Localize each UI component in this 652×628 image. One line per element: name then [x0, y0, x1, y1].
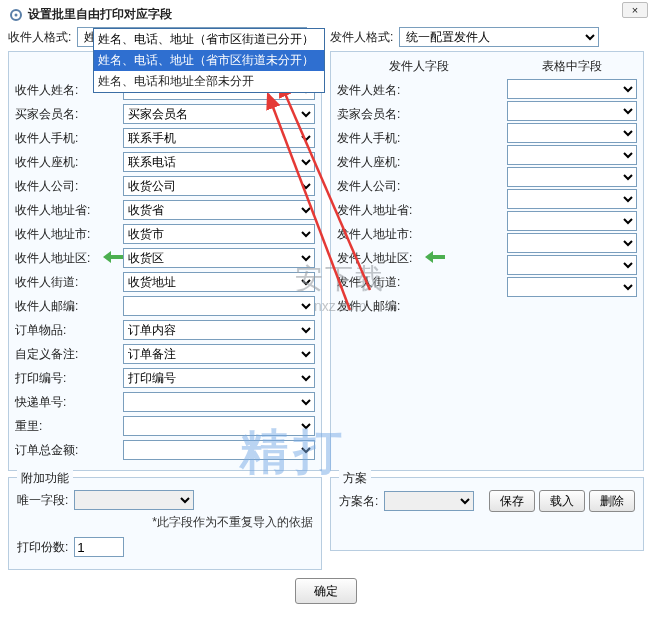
sender-row-label: 发件人地址区: [337, 250, 423, 267]
plan-name-label: 方案名: [339, 493, 378, 510]
arrow-spacer [103, 250, 121, 267]
table-field-select[interactable] [507, 167, 637, 187]
recipient-row-label: 订单物品: [15, 322, 101, 339]
sender-row-label: 发件人座机: [337, 154, 423, 171]
table-field-select[interactable] [507, 189, 637, 209]
recipient-field-select[interactable]: 收货区 [123, 248, 315, 268]
unique-field-note: *此字段作为不重复导入的依据 [17, 514, 313, 531]
recipient-field-select[interactable] [123, 392, 315, 412]
unique-field-label: 唯一字段: [17, 492, 68, 509]
plan-group: 方案 方案名: 保存 载入 删除 [330, 477, 644, 551]
svg-point-1 [15, 13, 18, 16]
sender-row: 发件人地址市: [337, 223, 501, 245]
sender-row-label: 发件人地址省: [337, 202, 423, 219]
recipient-row: 买家会员名:买家会员名 [15, 103, 315, 125]
sender-row-label: 发件人街道: [337, 274, 423, 291]
sender-row: 发件人公司: [337, 175, 501, 197]
recipient-row-label: 收件人街道: [15, 274, 101, 291]
recipient-row-label: 收件人地址省: [15, 202, 101, 219]
recipient-row: 打印编号:打印编号 [15, 367, 315, 389]
window-title: 设置批里自由打印对应字段 [28, 6, 172, 23]
sender-row-label: 发件人手机: [337, 130, 423, 147]
table-field-select[interactable] [507, 211, 637, 231]
copies-label: 打印份数: [17, 539, 68, 556]
sender-format-select[interactable]: 统一配置发件人 [399, 27, 599, 47]
settings-icon [8, 7, 24, 23]
recipient-field-select[interactable] [123, 440, 315, 460]
extra-group: 附加功能 唯一字段: *此字段作为不重复导入的依据 打印份数: [8, 477, 322, 570]
sender-row-label: 发件人邮编: [337, 298, 423, 315]
recipient-field-select[interactable]: 收货省 [123, 200, 315, 220]
recipient-format-dropdown[interactable]: 姓名、电话、地址（省市区街道已分开） 姓名、电话、地址（省市区街道未分开） 姓名… [93, 28, 325, 93]
sender-row-label: 发件人地址市: [337, 226, 423, 243]
recipient-row: 收件人公司:收货公司 [15, 175, 315, 197]
recipient-row-label: 买家会员名: [15, 106, 101, 123]
close-button[interactable]: × [622, 2, 648, 18]
ok-button[interactable]: 确定 [295, 578, 357, 604]
recipient-row: 收件人邮编: [15, 295, 315, 317]
unique-field-select[interactable] [74, 490, 194, 510]
recipient-field-select[interactable]: 买家会员名 [123, 104, 315, 124]
sender-row-label: 卖家会员名: [337, 106, 423, 123]
extra-title: 附加功能 [17, 470, 73, 487]
recipient-row: 订单总金额: [15, 439, 315, 461]
recipient-row-label: 订单总金额: [15, 442, 101, 459]
arrow-left-icon [103, 250, 123, 264]
sender-row: 发件人地址区: [337, 247, 501, 269]
recipient-field-select[interactable]: 联系电话 [123, 152, 315, 172]
sender-column: 发件人格式: 统一配置发件人 发件人字段 发件人姓名:卖家会员名:发件人手机:发… [330, 27, 644, 570]
recipient-field-select[interactable]: 收货地址 [123, 272, 315, 292]
recipient-row: 收件人地址省:收货省 [15, 199, 315, 221]
table-field-select[interactable] [507, 233, 637, 253]
table-field-select[interactable] [507, 277, 637, 297]
recipient-field-select[interactable] [123, 296, 315, 316]
delete-button[interactable]: 删除 [589, 490, 635, 512]
dropdown-option-0[interactable]: 姓名、电话、地址（省市区街道已分开） [94, 29, 324, 50]
table-field-select[interactable] [507, 79, 637, 99]
recipient-row-label: 打印编号: [15, 370, 101, 387]
recipient-field-select[interactable]: 打印编号 [123, 368, 315, 388]
plan-name-select[interactable] [384, 491, 474, 511]
recipient-format-label: 收件人格式: [8, 29, 71, 46]
recipient-row: 收件人街道:收货地址 [15, 271, 315, 293]
recipient-row-label: 收件人地址区: [15, 250, 101, 267]
sender-row: 发件人姓名: [337, 79, 501, 101]
recipient-row-label: 收件人邮编: [15, 298, 101, 315]
arrow-left-icon [425, 250, 445, 264]
recipient-row: 自定义备注:订单备注 [15, 343, 315, 365]
dropdown-option-1[interactable]: 姓名、电话、地址（省市区街道未分开） [94, 50, 324, 71]
recipient-row-label: 收件人手机: [15, 130, 101, 147]
recipient-row-label: 自定义备注: [15, 346, 101, 363]
table-field-select[interactable] [507, 101, 637, 121]
recipient-column: 收件人格式: 姓名、电话、地址（省市区街道已分开） 收件人字段 收件人姓名:买家… [8, 27, 322, 570]
load-button[interactable]: 载入 [539, 490, 585, 512]
sender-row: 发件人街道: [337, 271, 501, 293]
sender-row: 发件人邮编: [337, 295, 501, 317]
copies-input[interactable] [74, 537, 124, 557]
recipient-field-select[interactable]: 收货公司 [123, 176, 315, 196]
recipient-row-label: 收件人公司: [15, 178, 101, 195]
sender-format-label: 发件人格式: [330, 29, 393, 46]
sender-row: 卖家会员名: [337, 103, 501, 125]
table-field-select[interactable] [507, 123, 637, 143]
sender-row-label: 发件人公司: [337, 178, 423, 195]
plan-title: 方案 [339, 470, 371, 487]
recipient-row-label: 重里: [15, 418, 101, 435]
recipient-row: 收件人地址区:收货区 [15, 247, 315, 269]
recipient-field-select[interactable]: 收货市 [123, 224, 315, 244]
table-field-select[interactable] [507, 255, 637, 275]
recipient-row-label: 收件人姓名: [15, 82, 101, 99]
recipient-field-select[interactable]: 订单内容 [123, 320, 315, 340]
recipient-field-select[interactable]: 订单备注 [123, 344, 315, 364]
save-button[interactable]: 保存 [489, 490, 535, 512]
recipient-field-select[interactable]: 联系手机 [123, 128, 315, 148]
recipient-row-label: 收件人地址市: [15, 226, 101, 243]
recipient-row: 收件人手机:联系手机 [15, 127, 315, 149]
sender-row: 发件人地址省: [337, 199, 501, 221]
arrow-spacer [425, 250, 443, 267]
recipient-row: 快递单号: [15, 391, 315, 413]
table-field-select[interactable] [507, 145, 637, 165]
recipient-field-select[interactable] [123, 416, 315, 436]
dropdown-option-2[interactable]: 姓名、电话和地址全部未分开 [94, 71, 324, 92]
recipient-row: 订单物品:订单内容 [15, 319, 315, 341]
